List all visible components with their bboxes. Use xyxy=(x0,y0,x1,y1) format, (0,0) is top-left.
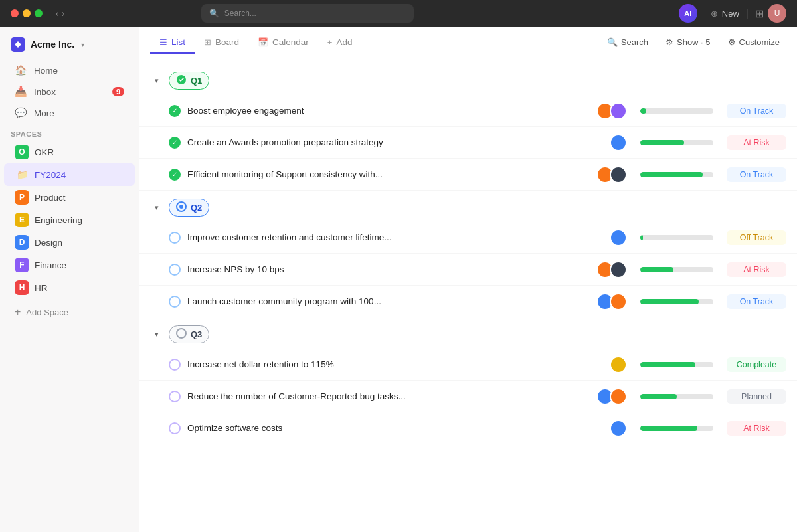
table-row[interactable]: ⠿⠿ Increase net dollar retention to 115%… xyxy=(139,349,797,381)
progress-bar xyxy=(640,172,703,177)
progress-bar-container xyxy=(640,108,713,114)
status-badge[interactable]: Off Track xyxy=(727,230,786,245)
tab-add[interactable]: + Add xyxy=(318,32,362,54)
grid-icon[interactable]: ⊞ xyxy=(755,7,764,20)
table-row[interactable]: ⠿⠿ Reduce the number of Customer-Reporte… xyxy=(139,381,797,412)
search-icon: 🔍 xyxy=(607,37,618,47)
tab-board[interactable]: ⊞ Board xyxy=(195,32,248,54)
task-name: Create an Awards promotion preparation s… xyxy=(187,137,610,147)
brand-icon xyxy=(11,37,25,52)
customize-button[interactable]: ⚙ Customize xyxy=(721,34,786,50)
tab-list[interactable]: ☰ List xyxy=(150,32,195,54)
table-row[interactable]: ⠿⠿ Launch customer community program wit… xyxy=(139,286,797,317)
window-controls xyxy=(11,9,43,17)
minimize-button[interactable] xyxy=(23,9,31,17)
group-header-q2[interactable]: ▾ Q2 xyxy=(139,191,797,222)
group-status-icon xyxy=(176,328,187,341)
table-row[interactable]: ⠿⠿ Increase NPS by 10 bps At Risk xyxy=(139,254,797,286)
sidebar: Acme Inc. ▾ 🏠 Home 📥 Inbox 9 💬 More Spac… xyxy=(0,27,139,532)
global-search-bar[interactable]: 🔍 Search... xyxy=(201,4,414,23)
task-checkbox[interactable] xyxy=(169,232,181,244)
avatar xyxy=(610,388,627,405)
space-label: Engineering xyxy=(35,215,82,225)
sidebar-item-home[interactable]: 🏠 Home xyxy=(4,60,135,81)
progress-bar-container xyxy=(640,267,713,272)
status-badge[interactable]: On Track xyxy=(727,104,786,118)
finance-icon: F xyxy=(15,258,29,272)
task-name: Improve customer retention and customer … xyxy=(187,232,610,242)
add-space-button[interactable]: + Add Space xyxy=(4,302,135,323)
forward-icon[interactable]: › xyxy=(62,8,65,19)
nav-arrows[interactable]: ‹ › xyxy=(56,8,64,19)
task-name: Boost employee engagement xyxy=(187,106,596,116)
task-checkbox[interactable] xyxy=(169,296,181,308)
progress-bar xyxy=(640,140,684,145)
toolbar: ☰ List ⊞ Board 📅 Calendar + Add 🔍 Search xyxy=(139,27,797,58)
sidebar-item-inbox[interactable]: 📥 Inbox 9 xyxy=(4,81,135,102)
table-row[interactable]: ⠿⠿ ✓ Efficient monitoring of Support con… xyxy=(139,159,797,191)
search-button[interactable]: 🔍 Search xyxy=(600,34,655,50)
folder-icon: 📁 xyxy=(15,167,29,182)
progress-bar-container xyxy=(640,362,713,367)
maximize-button[interactable] xyxy=(35,9,43,17)
ai-button[interactable]: AI xyxy=(679,4,697,23)
sidebar-item-more[interactable]: 💬 More xyxy=(4,102,135,124)
status-badge[interactable]: On Track xyxy=(727,167,786,182)
table-row[interactable]: ⠿⠿ ✓ Boost employee engagement On Track xyxy=(139,95,797,127)
add-icon: + xyxy=(327,37,333,47)
status-badge[interactable]: On Track xyxy=(727,294,786,309)
table-row[interactable]: ⠿⠿ Optimize software costs At Risk xyxy=(139,412,797,444)
show-button[interactable]: ⚙ Show · 5 xyxy=(659,34,717,50)
table-row[interactable]: ⠿⠿ Improve customer retention and custom… xyxy=(139,222,797,254)
progress-bar-container xyxy=(640,172,713,177)
avatar xyxy=(610,420,627,437)
avatar xyxy=(610,102,627,120)
tab-calendar[interactable]: 📅 Calendar xyxy=(248,32,318,54)
sidebar-item-hr[interactable]: H HR xyxy=(4,276,135,299)
show-icon: ⚙ xyxy=(665,37,673,47)
table-row[interactable]: ⠿⠿ ✓ Create an Awards promotion preparat… xyxy=(139,127,797,159)
sidebar-item-finance[interactable]: F Finance xyxy=(4,254,135,276)
task-checkbox[interactable]: ✓ xyxy=(169,169,181,181)
progress-bar xyxy=(640,235,643,240)
status-badge[interactable]: At Risk xyxy=(727,421,786,436)
space-label: Finance xyxy=(35,260,66,270)
new-button[interactable]: New xyxy=(722,9,739,19)
status-badge[interactable]: Compleate xyxy=(727,357,786,372)
group-badge-q1: Q1 xyxy=(169,72,209,90)
chevron-q2-icon[interactable]: ▾ xyxy=(150,201,163,215)
task-checkbox[interactable] xyxy=(169,422,181,434)
chevron-q1-icon[interactable]: ▾ xyxy=(150,74,163,88)
sidebar-item-okr[interactable]: O OKR xyxy=(4,141,135,163)
status-badge[interactable]: At Risk xyxy=(727,262,786,277)
back-icon[interactable]: ‹ xyxy=(56,8,59,19)
chevron-q3-icon[interactable]: ▾ xyxy=(150,328,163,341)
task-checkbox[interactable]: ✓ xyxy=(169,137,181,149)
status-badge[interactable]: Planned xyxy=(727,389,786,404)
group-header-q1[interactable]: ▾ Q1 xyxy=(139,64,797,95)
task-checkbox[interactable]: ✓ xyxy=(169,105,181,117)
progress-bar-container xyxy=(640,140,713,145)
task-checkbox[interactable] xyxy=(169,391,181,402)
brand-header[interactable]: Acme Inc. ▾ xyxy=(0,32,139,60)
sidebar-item-product[interactable]: P Product xyxy=(4,186,135,209)
group-header-q3[interactable]: ▾ Q3 xyxy=(139,317,797,349)
progress-bar-container xyxy=(640,426,713,431)
user-avatar[interactable]: U xyxy=(768,4,786,23)
task-name: Efficient monitoring of Support consiste… xyxy=(187,169,596,179)
sidebar-item-engineering[interactable]: E Engineering xyxy=(4,209,135,231)
task-avatars xyxy=(610,134,627,151)
group-badge-q2: Q2 xyxy=(169,199,209,217)
task-checkbox[interactable] xyxy=(169,359,181,371)
calendar-icon: 📅 xyxy=(258,37,268,47)
okr-icon: O xyxy=(15,145,29,159)
plus-icon: + xyxy=(15,306,21,318)
status-badge[interactable]: At Risk xyxy=(727,135,786,150)
task-checkbox[interactable] xyxy=(169,264,181,276)
sidebar-item-fy2024[interactable]: 📁 FY2024 xyxy=(4,163,135,186)
titlebar: ‹ › 🔍 Search... AI ⊕ New | ⊞ U xyxy=(0,0,797,27)
brand-name: Acme Inc. xyxy=(31,39,74,50)
task-avatars xyxy=(596,293,627,310)
sidebar-item-design[interactable]: D Design xyxy=(4,231,135,254)
close-button[interactable] xyxy=(11,9,19,17)
